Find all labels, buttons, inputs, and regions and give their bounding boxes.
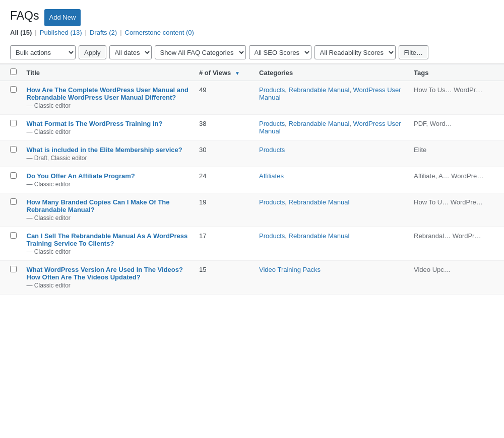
filter-drafts-link[interactable]: Drafts (2) bbox=[90, 29, 117, 36]
row-views: 15 bbox=[194, 261, 254, 295]
row-tags: PDF, Word… bbox=[414, 120, 484, 127]
row-views: 19 bbox=[194, 193, 254, 227]
row-categories-cell: Products, Rebrandable Manual bbox=[254, 227, 409, 261]
row-views: 38 bbox=[194, 115, 254, 141]
select-all-column bbox=[0, 64, 22, 81]
table-body: How Are The Complete WordPress User Manu… bbox=[0, 81, 504, 295]
row-title-cell: Can I Sell The Rebrandable Manual As A W… bbox=[22, 227, 194, 261]
table-row: How Are The Complete WordPress User Manu… bbox=[0, 81, 504, 115]
row-tags-cell: Affiliate, A… WordPress… bbox=[409, 167, 504, 193]
row-checkbox-cell bbox=[0, 227, 22, 261]
row-checkbox[interactable] bbox=[10, 120, 17, 126]
row-checkbox-cell bbox=[0, 141, 22, 167]
row-title-link[interactable]: How Are The Complete WordPress User Manu… bbox=[27, 86, 188, 101]
row-title-cell: What is included in the Elite Membership… bbox=[22, 141, 194, 167]
category-link[interactable]: Products bbox=[259, 120, 285, 127]
table-row: What is included in the Elite Membership… bbox=[0, 141, 504, 167]
column-header-title[interactable]: Title bbox=[22, 64, 194, 81]
row-title-link[interactable]: Do You Offer An Affiliate Program? bbox=[27, 172, 135, 180]
filter-cornerstone-link[interactable]: Cornerstone content (0) bbox=[125, 29, 194, 36]
category-link[interactable]: Rebrandable Manual bbox=[289, 86, 350, 94]
category-link[interactable]: Products bbox=[259, 198, 285, 206]
row-categories-cell: Video Training Packs bbox=[254, 261, 409, 295]
row-views: 17 bbox=[194, 227, 254, 261]
row-title-cell: What WordPress Version Are Used In The V… bbox=[22, 261, 194, 295]
row-checkbox-cell bbox=[0, 261, 22, 295]
toolbar: Bulk actions Apply All dates Show All FA… bbox=[0, 41, 504, 64]
row-categories-cell: Products, Rebrandable Manual, WordPress … bbox=[254, 81, 409, 115]
row-tags: Elite bbox=[414, 146, 484, 154]
row-tags: Rebrandal… WordPress… bbox=[414, 232, 484, 240]
row-checkbox[interactable] bbox=[10, 232, 17, 239]
row-checkbox-cell bbox=[0, 115, 22, 141]
bulk-actions-select[interactable]: Bulk actions bbox=[10, 45, 76, 59]
row-tags: How To Us… WordPress… bbox=[414, 86, 484, 94]
table-row: Can I Sell The Rebrandable Manual As A W… bbox=[0, 227, 504, 261]
row-title-link[interactable]: How Many Branded Copies Can I Make Of Th… bbox=[27, 198, 170, 213]
faqs-table: Title # of Views ▼ Categories Tags How A… bbox=[0, 64, 504, 295]
table-header-row: Title # of Views ▼ Categories Tags bbox=[0, 64, 504, 81]
row-checkbox[interactable] bbox=[10, 266, 17, 272]
row-tags-cell: How To U… WordPress… Training bbox=[409, 193, 504, 227]
row-views: 24 bbox=[194, 167, 254, 193]
dates-filter-select[interactable]: All dates bbox=[109, 45, 152, 59]
apply-button[interactable]: Apply bbox=[79, 45, 106, 59]
row-tags-cell: Video Upc… bbox=[409, 261, 504, 295]
row-meta: — Classic editor bbox=[27, 128, 189, 135]
table-row: Do You Offer An Affiliate Program?— Clas… bbox=[0, 167, 504, 193]
row-title-link[interactable]: What is included in the Elite Membership… bbox=[27, 146, 182, 154]
row-tags: How To U… WordPress… Training bbox=[414, 198, 484, 206]
row-categories-cell: Products, Rebrandable Manual bbox=[254, 193, 409, 227]
row-title-link[interactable]: Can I Sell The Rebrandable Manual As A W… bbox=[27, 232, 188, 247]
sort-arrow-icon: ▼ bbox=[235, 70, 240, 76]
filter-button[interactable]: Filte… bbox=[399, 45, 429, 59]
filter-published-link[interactable]: Published (13) bbox=[40, 29, 82, 36]
page-title: FAQs bbox=[10, 9, 39, 23]
column-header-tags[interactable]: Tags bbox=[409, 64, 504, 81]
row-title-cell: What Format Is The WordPress Training In… bbox=[22, 115, 194, 141]
column-header-views[interactable]: # of Views ▼ bbox=[194, 64, 254, 81]
row-categories-cell: Products, Rebrandable Manual, WordPress … bbox=[254, 115, 409, 141]
row-checkbox[interactable] bbox=[10, 86, 17, 93]
category-link[interactable]: Products bbox=[259, 232, 285, 240]
category-link[interactable]: Rebrandable Manual bbox=[289, 198, 350, 206]
row-checkbox[interactable] bbox=[10, 146, 17, 153]
filter-links: All (15) | Published (13) | Drafts (2) |… bbox=[0, 26, 504, 41]
row-meta: — Classic editor bbox=[27, 181, 189, 188]
table-row: What Format Is The WordPress Training In… bbox=[0, 115, 504, 141]
add-new-button[interactable]: Add New bbox=[44, 9, 81, 26]
row-tags: Affiliate, A… WordPress… bbox=[414, 172, 484, 180]
categories-filter-select[interactable]: Show All FAQ Categories bbox=[155, 45, 246, 59]
category-link[interactable]: Products bbox=[259, 86, 285, 94]
row-checkbox[interactable] bbox=[10, 198, 17, 205]
table-row: How Many Branded Copies Can I Make Of Th… bbox=[0, 193, 504, 227]
row-checkbox-cell bbox=[0, 81, 22, 115]
category-link[interactable]: Products bbox=[259, 146, 285, 154]
row-meta: — Draft, Classic editor bbox=[27, 155, 189, 162]
row-title-cell: How Are The Complete WordPress User Manu… bbox=[22, 81, 194, 115]
row-title-link[interactable]: What WordPress Version Are Used In The V… bbox=[27, 266, 183, 281]
row-meta: — Classic editor bbox=[27, 102, 189, 109]
row-checkbox[interactable] bbox=[10, 172, 17, 179]
row-checkbox-cell bbox=[0, 193, 22, 227]
filter-all-link[interactable]: All (15) bbox=[10, 29, 32, 36]
row-tags-cell: PDF, Word… bbox=[409, 115, 504, 141]
row-title-link[interactable]: What Format Is The WordPress Training In… bbox=[27, 120, 163, 127]
row-views: 49 bbox=[194, 81, 254, 115]
row-views: 30 bbox=[194, 141, 254, 167]
readability-scores-select[interactable]: All Readability Scores bbox=[314, 45, 396, 59]
row-tags: Video Upc… bbox=[414, 266, 484, 273]
seo-scores-select[interactable]: All SEO Scores bbox=[249, 45, 311, 59]
row-meta: — Classic editor bbox=[27, 214, 189, 222]
row-tags-cell: Rebrandal… WordPress… bbox=[409, 227, 504, 261]
select-all-checkbox[interactable] bbox=[10, 68, 17, 75]
row-title-cell: How Many Branded Copies Can I Make Of Th… bbox=[22, 193, 194, 227]
category-link[interactable]: Video Training Packs bbox=[259, 266, 321, 273]
column-header-categories[interactable]: Categories bbox=[254, 64, 409, 81]
category-link[interactable]: Rebrandable Manual bbox=[289, 232, 350, 240]
category-link[interactable]: Affiliates bbox=[259, 172, 284, 180]
row-categories-cell: Affiliates bbox=[254, 167, 409, 193]
category-link[interactable]: Rebrandable Manual bbox=[289, 120, 350, 127]
table-row: What WordPress Version Are Used In The V… bbox=[0, 261, 504, 295]
row-checkbox-cell bbox=[0, 167, 22, 193]
